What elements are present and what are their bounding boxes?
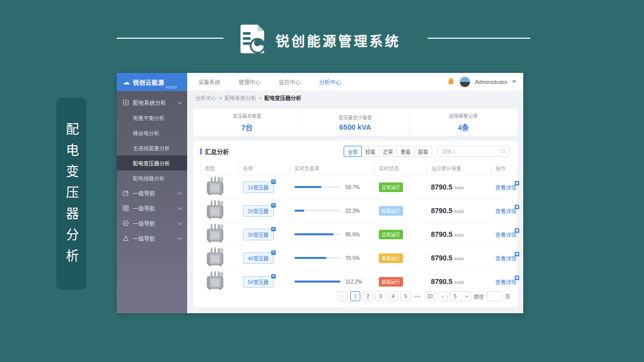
page-button-4[interactable]: 4	[388, 291, 398, 301]
transformer-image	[205, 247, 226, 266]
chevron-down-icon	[178, 235, 182, 239]
load-progress-track	[294, 186, 341, 188]
sidebar-nav-2[interactable]: 一级导航	[117, 201, 187, 216]
tab-monitoring-center[interactable]: 监控中心	[279, 78, 301, 86]
transformer-name-chip[interactable]: 5#变压器	[243, 276, 274, 288]
load-rate-cell: 70.5%	[294, 255, 375, 261]
main-content: 采集系统 管理中心 监控中心 分析中心 Administrator	[187, 73, 523, 313]
user-avatar[interactable]	[459, 76, 470, 87]
view-details-link[interactable]: 查看详情	[496, 184, 517, 191]
breadcrumb: 分析中心 > 配电系统分析 > 配电变压器分析	[187, 91, 523, 105]
filter-heavy-load-button[interactable]: 重载	[396, 146, 415, 157]
page-prev-button[interactable]: ‹	[338, 291, 348, 301]
goto-page-input[interactable]	[487, 291, 503, 301]
sidebar-nav-3[interactable]: 一级导航	[117, 216, 187, 231]
transformer-image	[205, 200, 226, 219]
chevron-down-icon	[178, 190, 182, 194]
energy-value: 8790.5	[431, 230, 453, 238]
sidebar-group-distribution-analysis[interactable]: 配电系统分析	[117, 95, 187, 110]
daily-energy-cell: 8790.5kWh	[431, 278, 492, 286]
view-details-link[interactable]: 查看详情	[496, 207, 517, 215]
load-percent-label: 85.6%	[346, 232, 360, 237]
col-type: 类型	[201, 163, 239, 175]
document-logo-icon	[238, 24, 266, 53]
filter-overload-button[interactable]: 超载	[414, 146, 432, 157]
stat-value: 6500 kVA	[339, 123, 371, 131]
transformer-table: 类型 名称 实时负载率 实时状态 当日累计电量 操作 1#变压器59.7%正常运…	[200, 163, 522, 293]
warning-triangle-icon	[123, 235, 129, 241]
view-details-link[interactable]: 查看详情	[496, 278, 517, 286]
load-filter-group: 全部 轻载 正常 重载 超载	[344, 146, 432, 157]
notification-bell-icon[interactable]	[447, 77, 455, 86]
sidebar-item-line-analysis[interactable]: 配电线路分析	[117, 170, 187, 186]
search-icon[interactable]	[501, 149, 506, 154]
stat-transformer-count: 变压器总数量 7台	[193, 109, 301, 136]
grid-icon	[123, 205, 129, 211]
filter-normal-button[interactable]: 正常	[379, 146, 397, 157]
transformer-name-chip[interactable]: 3#变压器	[243, 229, 274, 240]
link-corner-badge-icon	[515, 181, 519, 186]
tab-analysis-center[interactable]: 分析中心	[319, 78, 341, 86]
sidebar-item-transformer-analysis[interactable]: 配电变压器分析	[117, 155, 187, 170]
stat-total-capacity: 变压器合计容量 6500 kVA	[301, 109, 409, 136]
user-menu-caret-icon[interactable]	[512, 80, 516, 83]
breadcrumb-item[interactable]: 配电系统分析	[224, 94, 256, 102]
transformer-name-chip[interactable]: 1#变压器	[243, 182, 274, 193]
stat-label: 变压器合计容量	[339, 114, 372, 121]
view-details-link[interactable]: 查看详情	[496, 254, 517, 262]
table-row: 1#变压器59.7%正常运行8790.5kWh查看详情	[201, 175, 522, 199]
header-divider-right	[428, 38, 530, 39]
filter-all-button[interactable]: 全部	[344, 146, 362, 157]
status-badge: 正常运行	[379, 183, 403, 192]
energy-unit: kWh	[454, 232, 464, 238]
topbar-user-area: Administrator	[447, 76, 516, 87]
stat-value: 7台	[242, 122, 253, 132]
page-button-5[interactable]: 5	[400, 291, 411, 301]
sidebar-item-peak-valley[interactable]: 峰谷电分析	[117, 125, 187, 140]
load-percent-label: 59.7%	[346, 185, 360, 190]
tab-collection-system[interactable]: 采集系统	[198, 78, 220, 86]
header-divider-left	[117, 38, 223, 39]
page-button-3[interactable]: 3	[375, 291, 385, 301]
energy-unit: kWh	[454, 185, 464, 191]
sidebar-logo-text: 锐创云能源	[133, 78, 165, 86]
page-size-select[interactable]: 5	[450, 291, 471, 301]
page-ellipsis[interactable]: •••	[413, 294, 422, 299]
view-details-link[interactable]: 查看详情	[496, 231, 517, 238]
energy-value: 8790.5	[431, 183, 453, 191]
energy-unit: kWh	[454, 280, 464, 285]
sidebar-item-label: 配电变压器分析	[133, 159, 170, 167]
breadcrumb-item[interactable]: 分析中心	[195, 94, 216, 102]
cloud-icon: ☁	[123, 78, 130, 85]
col-name: 名称	[239, 163, 290, 175]
transformer-name-chip[interactable]: 2#变压器	[243, 205, 274, 217]
page-button-2[interactable]: 2	[363, 291, 373, 301]
page-button-1[interactable]: 1	[350, 291, 360, 301]
status-badge: 正常运行	[379, 230, 403, 239]
sidebar-nav-1[interactable]: 一级导航	[117, 186, 187, 201]
chevron-down-icon	[178, 205, 182, 209]
circle-check-icon	[123, 220, 129, 226]
sidebar-item-label: 一级导航	[133, 204, 155, 212]
load-progress-track	[294, 257, 341, 259]
page-button-10[interactable]: 10	[425, 291, 435, 301]
plus-square-icon	[123, 100, 129, 106]
transformer-name-chip[interactable]: 4#变压器	[243, 252, 274, 264]
link-corner-badge-icon	[515, 205, 519, 209]
filter-light-load-button[interactable]: 轻载	[361, 146, 379, 157]
load-rate-cell: 59.7%	[294, 185, 375, 190]
goto-label: 前往	[474, 293, 484, 300]
transformer-image	[205, 176, 226, 196]
vertical-topic-tag: 配电变压器分析	[56, 98, 87, 290]
sidebar-item-label: 一级导航	[133, 219, 155, 227]
sidebar-item-energy-balance[interactable]: 电量平衡分析	[117, 110, 187, 125]
sidebar-item-label: 峰谷电分析	[133, 129, 159, 137]
sidebar-item-main-line-demand[interactable]: 主进线需量分析	[117, 140, 187, 155]
page-next-button[interactable]: ›	[438, 291, 448, 301]
sidebar-item-label: 电量平衡分析	[133, 114, 165, 122]
tab-management-center[interactable]: 管理中心	[238, 78, 261, 86]
panel-title: 汇总分析	[200, 147, 229, 156]
search-input[interactable]	[441, 149, 501, 154]
page-unit-label: 页	[505, 293, 510, 300]
sidebar-nav-4[interactable]: 一级导航	[117, 231, 187, 246]
